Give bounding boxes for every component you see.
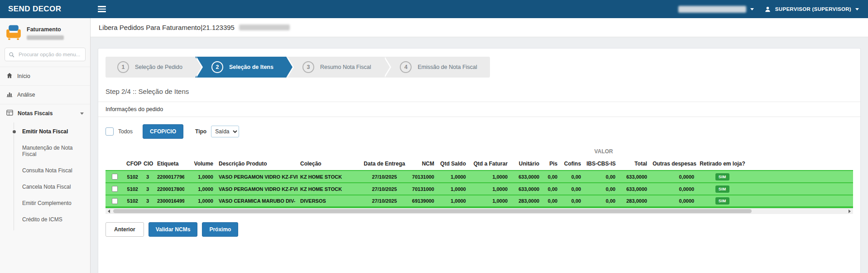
hamburger-menu-icon[interactable] <box>98 6 106 12</box>
group-header-spacer <box>697 146 748 157</box>
table-row: 5102323000164991,0000VASO CERAMICA MARUB… <box>106 195 853 207</box>
topbar: SEND DECOR SUPERVISOR (SUPERVISOR) <box>0 0 868 18</box>
redacted-client-name <box>239 24 290 30</box>
wizard-step-number: 3 <box>302 61 314 73</box>
table-cell: KZ HOME STOCK <box>297 171 361 183</box>
table-cell: 2300016499 <box>154 195 184 207</box>
chevron-down-icon <box>80 112 84 115</box>
table-cell: 1,0000 <box>184 171 216 183</box>
checkbox-cell <box>106 183 124 195</box>
sidebar-nav: Início Análise Notas Fiscais Emitir Nota… <box>0 67 90 230</box>
user-menu[interactable]: SUPERVISOR (SUPERVISOR) <box>775 6 851 12</box>
sidebar-item-notas-fiscais[interactable]: Notas Fiscais <box>0 104 90 122</box>
todos-label: Todos <box>118 128 133 135</box>
wizard-step-label: Seleção de Pedido <box>135 64 182 70</box>
table-cell: 1,0000 <box>184 195 216 207</box>
sidebar-subitem[interactable]: Crédito de ICMS <box>14 211 90 228</box>
horizontal-scrollbar[interactable] <box>106 208 853 214</box>
redacted-company-name[interactable] <box>678 6 746 13</box>
table-cell: 69139000 <box>408 195 437 207</box>
table-cell: 0,00 <box>542 171 560 183</box>
wizard-step[interactable]: 1 Seleção de Pedido <box>106 57 195 78</box>
step-heading: Step 2/4 :: Seleção de Itens <box>106 88 853 95</box>
table-column-header: Volume <box>184 157 216 171</box>
table-cell: DIVERSOS <box>297 195 361 207</box>
anterior-button[interactable]: Anterior <box>106 222 144 237</box>
user-icon <box>764 6 771 13</box>
wizard-step-label: Resumo Nota Fiscal <box>320 64 371 70</box>
table-column-header: Qtd a Faturar <box>469 157 510 171</box>
subitem-label: Emitir Complemento <box>22 200 72 206</box>
filler-cell <box>748 157 853 171</box>
wizard-step[interactable]: 4 Emissão de Nota Fiscal <box>384 57 489 78</box>
invoice-icon <box>6 110 13 117</box>
table-cell: 283,0000 <box>618 195 650 207</box>
sidebar-subitem[interactable]: Consulta Nota Fiscal <box>14 162 90 179</box>
table-column-header: Retirado em loja? <box>697 157 748 171</box>
chevron-down-icon[interactable] <box>750 8 754 10</box>
items-table-body: 5102322000177961,0000VASO PERGAMON VIDRO… <box>106 171 853 207</box>
table-cell: 3 <box>141 171 154 183</box>
table-cell: 633,0000 <box>618 183 650 195</box>
sidebar-subitem[interactable]: Manutenção de Nota Fiscal <box>14 140 90 162</box>
scrollbar-thumb[interactable] <box>113 209 752 213</box>
menu-search-input[interactable] <box>5 48 86 61</box>
notas-fiscais-submenu: Emitir Nota Fiscal Manutenção de Nota Fi… <box>14 122 90 230</box>
proximo-button[interactable]: Próximo <box>202 222 238 237</box>
table-cell: 5102 <box>124 195 141 207</box>
table-column-header: Total <box>618 157 650 171</box>
scroll-left-button[interactable] <box>106 208 112 214</box>
todos-checkbox[interactable] <box>106 127 114 136</box>
wizard-step-number: 4 <box>400 61 412 73</box>
checkbox-cell <box>106 171 124 183</box>
wizard-step[interactable]: 2 Seleção de Itens <box>195 57 286 78</box>
chevron-down-icon[interactable] <box>855 8 859 10</box>
content-card: 1 Seleção de Pedido 2 Seleção de Itens 3… <box>98 48 861 273</box>
scrollbar-track[interactable] <box>112 208 846 214</box>
search-icon <box>9 51 14 59</box>
table-cell: 0,00 <box>584 171 618 183</box>
table-cell: VASO CERAMICA MARUBO DIV- <box>216 195 297 207</box>
table-cell: 1,0000 <box>469 195 510 207</box>
table-column-header: Qtd Saldo <box>437 157 469 171</box>
table-cell: 0,0000 <box>650 195 697 207</box>
table-column-header: Etiqueta <box>154 157 184 171</box>
validar-ncms-button[interactable]: Validar NCMs <box>149 222 198 237</box>
sidebar-subitem[interactable]: Emitir Complemento <box>14 195 90 211</box>
row-checkbox[interactable] <box>112 198 118 204</box>
header-checkbox-spacer <box>106 157 124 171</box>
table-cell: 1,0000 <box>469 171 510 183</box>
wizard-step-number: 1 <box>117 61 129 73</box>
table-column-header: Cofins <box>560 157 584 171</box>
cfop-cio-button[interactable]: CFOP/CIO <box>143 124 183 139</box>
sidebar: Faturamento Início Análise <box>0 18 91 273</box>
wizard-step[interactable]: 3 Resumo Nota Fiscal <box>286 57 384 78</box>
row-checkbox[interactable] <box>112 174 118 180</box>
sidebar-item-inicio[interactable]: Início <box>0 67 90 85</box>
filler-cell <box>748 183 853 195</box>
redacted-subtitle <box>27 35 64 40</box>
table-cell: 3 <box>141 195 154 207</box>
table-cell: 0,00 <box>560 195 584 207</box>
sidebar-item-label: Notas Fiscais <box>18 110 76 117</box>
table-cell: 1,0000 <box>469 183 510 195</box>
wizard-step-label: Emissão de Nota Fiscal <box>417 64 477 70</box>
table-cell: 5102 <box>124 171 141 183</box>
sidebar-subitem[interactable]: Emitir Nota Fiscal <box>14 123 90 140</box>
table-cell: 1,0000 <box>437 183 469 195</box>
scroll-right-button[interactable] <box>846 208 853 214</box>
checkbox-cell <box>106 195 124 207</box>
table-column-header: Pis <box>542 157 560 171</box>
section-title: Informações do pedido <box>98 102 860 117</box>
filler-cell <box>748 195 853 207</box>
table-cell: SIM <box>697 171 748 183</box>
sidebar-subitem[interactable]: Cancela Nota Fiscal <box>14 179 90 195</box>
table-cell: 0,00 <box>542 195 560 207</box>
sidebar-item-analise[interactable]: Análise <box>0 85 90 104</box>
tipo-select[interactable]: Saída <box>211 126 239 137</box>
table-column-header: Data de Entrega <box>361 157 408 171</box>
table-cell: VASO PERGAMON VIDRO KZ-FVP149 <box>216 171 297 183</box>
table-cell: 1,0000 <box>437 171 469 183</box>
table-cell: 27/10/2025 <box>361 195 408 207</box>
row-checkbox[interactable] <box>112 186 118 192</box>
